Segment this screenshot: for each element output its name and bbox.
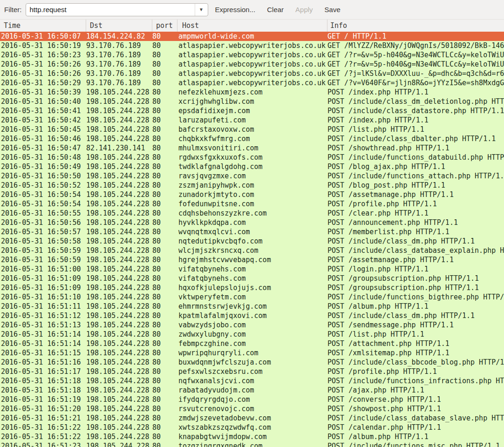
packet-row[interactable]: 2016-05-31 16:50:41 198.105.244.228 80 e… xyxy=(0,106,504,115)
packet-dst: 198.105.244.228 xyxy=(86,246,152,255)
packet-row[interactable]: 2016-05-31 16:50:59 198.105.244.228 80 w… xyxy=(0,246,504,255)
packet-row[interactable]: 2016-05-31 16:50:39 198.105.244.228 80 n… xyxy=(0,88,504,97)
packet-port: 80 xyxy=(152,218,177,227)
packet-info: POST /attachment.php HTTP/1.1 xyxy=(327,339,504,348)
packet-host: vktwperyfetm.com xyxy=(177,292,327,302)
packet-row[interactable]: 2016-05-31 16:50:49 198.105.244.228 80 t… xyxy=(0,162,504,171)
clear-button[interactable]: Clear xyxy=(262,3,288,16)
column-header-dst[interactable]: Dst xyxy=(86,20,152,32)
packet-row[interactable]: 2016-05-31 16:51:09 198.105.244.228 80 v… xyxy=(0,274,504,283)
packet-row[interactable]: 2016-05-31 16:50:55 198.105.244.228 80 c… xyxy=(0,209,504,218)
packet-host: ehmrmnstsrwjevkjg.com xyxy=(177,302,327,311)
packet-port: 80 xyxy=(152,181,177,190)
packet-host: febmpczghine.com xyxy=(177,339,327,348)
packet-host: knapabgtwvijmdopw.com xyxy=(177,432,327,441)
save-button[interactable]: Save xyxy=(320,3,345,16)
packet-row[interactable]: 2016-05-31 16:51:10 198.105.244.228 80 v… xyxy=(0,292,504,302)
packet-row[interactable]: 2016-05-31 16:51:16 198.105.244.228 80 b… xyxy=(0,358,504,367)
packet-row[interactable]: 2016-05-31 16:50:29 93.170.76.189 80 atl… xyxy=(0,78,504,88)
packet-port: 80 xyxy=(152,97,177,106)
packet-host: vifatqbynehs.com xyxy=(177,264,327,274)
packet-row[interactable]: 2016-05-31 16:51:11 198.105.244.228 80 e… xyxy=(0,302,504,311)
filter-combo: ▼ xyxy=(26,3,208,16)
packet-row[interactable]: 2016-05-31 16:50:54 198.105.244.228 80 z… xyxy=(0,190,504,199)
packet-info: POST /include/functions_bigthree.php HTT… xyxy=(327,292,504,302)
packet-time: 2016-05-31 16:50:54 xyxy=(0,190,86,199)
packet-host: zmdwjszevetadobevw.com xyxy=(177,413,327,423)
packet-row[interactable]: 2016-05-31 16:50:57 198.105.244.228 80 w… xyxy=(0,227,504,237)
packet-row[interactable]: 2016-05-31 16:51:19 198.105.244.228 80 i… xyxy=(0,395,504,404)
column-header-time[interactable]: Time xyxy=(0,20,86,32)
packet-port: 80 xyxy=(152,358,177,367)
packet-info: POST /include/class_dm.php HTTP/1.1 xyxy=(327,311,504,320)
packet-row[interactable]: 2016-05-31 16:51:12 198.105.244.228 80 k… xyxy=(0,311,504,320)
packet-dst: 198.105.244.228 xyxy=(86,311,152,320)
packet-time: 2016-05-31 16:51:22 xyxy=(0,423,86,432)
packet-dst: 198.105.244.228 xyxy=(86,209,152,218)
packet-row[interactable]: 2016-05-31 16:51:18 198.105.244.228 80 r… xyxy=(0,386,504,395)
packet-row[interactable]: 2016-05-31 16:50:58 198.105.244.228 80 n… xyxy=(0,237,504,246)
packet-row[interactable]: 2016-05-31 16:50:48 198.105.244.228 80 r… xyxy=(0,153,504,162)
packet-dst: 93.170.76.189 xyxy=(86,69,152,78)
packet-info: POST /include/functions_attach.php HTTP/… xyxy=(327,171,504,181)
packet-row[interactable]: 2016-05-31 16:50:59 198.105.244.228 80 h… xyxy=(0,255,504,264)
packet-row[interactable]: 2016-05-31 16:51:17 198.105.244.228 80 p… xyxy=(0,367,504,376)
packet-row[interactable]: 2016-05-31 16:50:42 198.105.244.228 80 l… xyxy=(0,115,504,125)
packet-row[interactable]: 2016-05-31 16:50:07 184.154.224.82 80 am… xyxy=(0,32,504,41)
packet-row[interactable]: 2016-05-31 16:50:46 198.105.244.228 80 c… xyxy=(0,134,504,143)
packet-row[interactable]: 2016-05-31 16:51:09 198.105.244.228 80 h… xyxy=(0,283,504,292)
packet-row[interactable]: 2016-05-31 16:50:19 93.170.76.189 80 atl… xyxy=(0,41,504,50)
packet-row[interactable]: 2016-05-31 16:51:00 198.105.244.228 80 v… xyxy=(0,264,504,274)
packet-row[interactable]: 2016-05-31 16:51:22 198.105.244.228 80 x… xyxy=(0,423,504,432)
packet-row[interactable]: 2016-05-31 16:51:23 198.105.244.228 80 t… xyxy=(0,441,504,447)
packet-host: nefezklehuxmjezs.com xyxy=(177,88,327,97)
packet-row[interactable]: 2016-05-31 16:51:14 198.105.244.228 80 z… xyxy=(0,330,504,339)
packet-info: POST /announcement.php HTTP/1.1 xyxy=(327,218,504,227)
packet-row[interactable]: 2016-05-31 16:50:40 198.105.244.228 80 x… xyxy=(0,97,504,106)
packet-row[interactable]: 2016-05-31 16:50:50 198.105.244.228 80 r… xyxy=(0,171,504,181)
packet-row[interactable]: 2016-05-31 16:50:26 93.170.76.189 80 atl… xyxy=(0,60,504,69)
column-header-port[interactable]: port xyxy=(152,20,177,32)
column-header-host[interactable]: Host xyxy=(177,20,327,32)
filter-input[interactable] xyxy=(26,4,195,16)
column-header-info[interactable]: Info xyxy=(327,20,504,32)
packet-time: 2016-05-31 16:51:16 xyxy=(0,358,86,367)
packet-row[interactable]: 2016-05-31 16:51:22 198.105.244.228 80 k… xyxy=(0,432,504,441)
packet-dst: 198.105.244.228 xyxy=(86,162,152,171)
packet-port: 80 xyxy=(152,88,177,97)
packet-info: GET / HTTP/1.1 xyxy=(327,32,504,41)
packet-row[interactable]: 2016-05-31 16:51:13 198.105.244.228 80 v… xyxy=(0,320,504,330)
packet-info: POST /include/class_dm_deletionlog.php H… xyxy=(327,97,504,106)
packet-dst: 198.105.244.228 xyxy=(86,339,152,348)
filter-dropdown-button[interactable]: ▼ xyxy=(195,4,208,16)
packet-row[interactable]: 2016-05-31 16:50:45 198.105.244.228 80 b… xyxy=(0,125,504,134)
packet-row[interactable]: 2016-05-31 16:51:20 198.105.244.228 80 r… xyxy=(0,404,504,413)
packet-row[interactable]: 2016-05-31 16:51:14 198.105.244.228 80 f… xyxy=(0,339,504,348)
packet-time: 2016-05-31 16:50:49 xyxy=(0,162,86,171)
packet-row[interactable]: 2016-05-31 16:51:18 198.105.244.228 80 n… xyxy=(0,376,504,386)
expression-button[interactable]: Expression... xyxy=(211,3,260,16)
packet-dst: 93.170.76.189 xyxy=(86,50,152,60)
packet-dst: 198.105.244.228 xyxy=(86,134,152,143)
packet-row[interactable]: 2016-05-31 16:50:26 93.170.76.189 80 atl… xyxy=(0,69,504,78)
packet-row[interactable]: 2016-05-31 16:51:15 198.105.244.228 80 w… xyxy=(0,348,504,358)
packet-info: POST /login.php HTTP/1.1 xyxy=(327,264,504,274)
packet-info: POST /sendmessage.php HTTP/1.1 xyxy=(327,320,504,330)
packet-row[interactable]: 2016-05-31 16:51:21 198.105.244.228 80 z… xyxy=(0,413,504,423)
packet-info: POST /include/functions_misc.php HTTP/1.… xyxy=(327,441,504,447)
packet-row[interactable]: 2016-05-31 16:50:56 198.105.244.228 80 h… xyxy=(0,218,504,227)
packet-time: 2016-05-31 16:50:29 xyxy=(0,78,86,88)
packet-row[interactable]: 2016-05-31 16:50:52 198.105.244.228 80 z… xyxy=(0,181,504,190)
packet-info: GET /?r=&v=5p-h040&g=N3e4WCTLCc&y=keloTW… xyxy=(327,60,504,69)
packet-dst: 198.105.244.228 xyxy=(86,292,152,302)
packet-info: POST /list.php HTTP/1.1 xyxy=(327,330,504,339)
packet-dst: 198.105.244.228 xyxy=(86,199,152,209)
packet-time: 2016-05-31 16:51:09 xyxy=(0,274,86,283)
packet-port: 80 xyxy=(152,78,177,88)
packet-row[interactable]: 2016-05-31 16:50:54 198.105.244.228 80 f… xyxy=(0,199,504,209)
packet-row[interactable]: 2016-05-31 16:50:23 93.170.76.189 80 atl… xyxy=(0,50,504,60)
packet-port: 80 xyxy=(152,171,177,181)
packet-host: vifatqbynehs.com xyxy=(177,274,327,283)
packet-row[interactable]: 2016-05-31 16:50:47 82.141.230.141 80 mh… xyxy=(0,143,504,153)
apply-button[interactable]: Apply xyxy=(291,3,318,16)
